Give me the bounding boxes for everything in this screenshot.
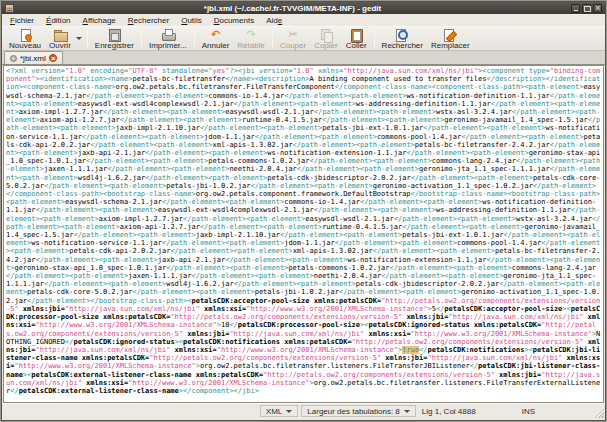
- maximize-button[interactable]: [582, 4, 591, 13]
- copier-button: Copier: [310, 27, 342, 50]
- document-icon: [10, 55, 17, 62]
- rechercher-tb-button[interactable]: Rechercher: [378, 27, 427, 50]
- annuler-button[interactable]: ↶Annuler: [198, 27, 234, 50]
- open-folder-icon: [53, 29, 67, 41]
- chevron-down-icon: [286, 410, 292, 413]
- nouveau-label: Nouveau: [9, 41, 41, 50]
- menu-fichier[interactable]: Fichier: [4, 15, 40, 26]
- print-icon: [161, 29, 175, 41]
- ouvrir-label: Ouvrir: [49, 41, 71, 50]
- gedit-app-icon: [5, 4, 14, 13]
- copy-icon: [319, 29, 333, 41]
- menubar: FichierÉditionAffichageRechercherOutilsD…: [2, 14, 605, 26]
- tab-close-icon[interactable]: [49, 54, 57, 62]
- retablir-label: Rétablir: [237, 41, 265, 50]
- replace-icon: [443, 29, 457, 41]
- menu-documents[interactable]: Documents: [208, 15, 261, 26]
- imprimer-button[interactable]: Imprimer...: [145, 27, 191, 50]
- couper-label: Couper: [280, 41, 306, 50]
- paste-icon: [349, 29, 363, 41]
- open-recent-dropdown-caret[interactable]: [75, 27, 84, 50]
- undo-icon: ↶: [209, 29, 223, 41]
- imprimer-label: Imprimer...: [149, 41, 187, 50]
- redo-icon: ↷: [244, 29, 258, 41]
- toolbar: NouveauOuvrirEnregistrerImprimer...↶Annu…: [2, 26, 605, 51]
- minimize-button[interactable]: [571, 4, 580, 13]
- window-title: *jbi.xml (~/.cache/.fr-TVVGIM/META-INF) …: [16, 4, 569, 13]
- menu-edition[interactable]: Édition: [40, 15, 77, 26]
- tab-width-selector[interactable]: Largeur des tabulations: 8: [301, 405, 416, 417]
- menu-affichage[interactable]: Affichage: [77, 15, 122, 26]
- enregistrer-button[interactable]: Enregistrer: [91, 27, 138, 50]
- rechercher-tb-label: Rechercher: [382, 41, 423, 50]
- input-mode: INS: [516, 407, 541, 416]
- enregistrer-label: Enregistrer: [95, 41, 134, 50]
- save-icon: [107, 29, 121, 41]
- close-button[interactable]: [593, 4, 602, 13]
- ouvrir-button[interactable]: Ouvrir: [45, 27, 75, 50]
- menu-aide[interactable]: Aide: [260, 15, 288, 26]
- statusbar: XML Largeur des tabulations: 8 Lig 1, Co…: [2, 403, 605, 420]
- toolbar-separator: [374, 29, 375, 48]
- toolbar-separator: [272, 29, 273, 48]
- language-label: XML: [266, 407, 282, 416]
- tab-bar: *jbi.xml: [2, 51, 605, 65]
- titlebar[interactable]: *jbi.xml (~/.cache/.fr-TVVGIM/META-INF) …: [2, 2, 605, 14]
- toolbar-separator: [194, 29, 195, 48]
- editor-frame: <?xml version="1.0" encoding="UTF-8" sta…: [3, 65, 604, 403]
- new-document-icon: [18, 29, 32, 41]
- cut-icon: ✂: [286, 29, 300, 41]
- language-selector[interactable]: XML: [260, 405, 298, 417]
- couper-button: ✂Couper: [276, 27, 310, 50]
- menu-rechercher[interactable]: Rechercher: [122, 15, 175, 26]
- retablir-button: ↷Rétablir: [233, 27, 269, 50]
- remplacer-button[interactable]: Remplacer: [427, 27, 474, 50]
- tab-label: *jbi.xml: [20, 54, 46, 63]
- toolbar-separator: [141, 29, 142, 48]
- gedit-window: *jbi.xml (~/.cache/.fr-TVVGIM/META-INF) …: [1, 1, 606, 421]
- cursor-position: Lig 1, Col 4888: [416, 407, 482, 416]
- search-icon: [395, 29, 409, 41]
- resize-grip[interactable]: [593, 407, 604, 418]
- nouveau-button[interactable]: Nouveau: [5, 27, 45, 50]
- coller-button[interactable]: Coller: [342, 27, 371, 50]
- tab-jbi-xml[interactable]: *jbi.xml: [4, 51, 63, 64]
- toolbar-separator: [87, 29, 88, 48]
- editor-text-area[interactable]: <?xml version="1.0" encoding="UTF-8" sta…: [4, 66, 603, 402]
- annuler-label: Annuler: [202, 41, 230, 50]
- menu-outils[interactable]: Outils: [175, 15, 207, 26]
- tab-width-label: Largeur des tabulations: 8: [307, 407, 400, 416]
- remplacer-label: Remplacer: [431, 41, 470, 50]
- chevron-down-icon: [404, 410, 410, 413]
